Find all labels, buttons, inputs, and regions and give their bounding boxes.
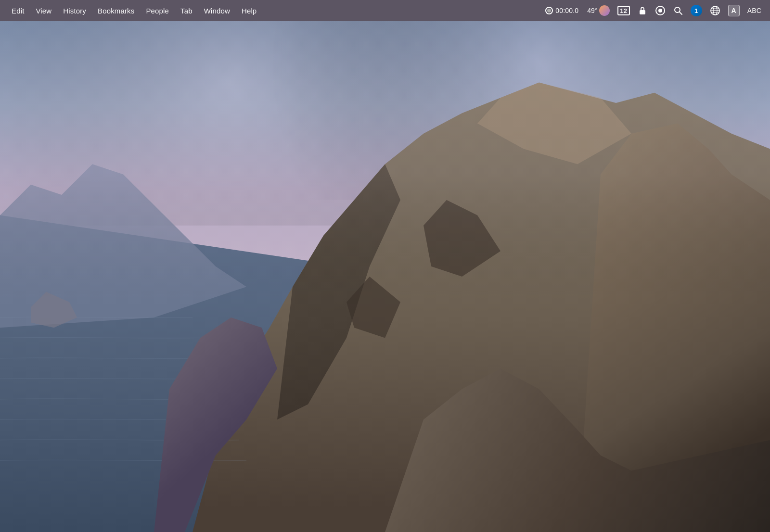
menu-people[interactable]: People <box>140 5 175 17</box>
record-time: 00:00.0 <box>555 7 578 14</box>
menu-help[interactable]: Help <box>236 5 262 17</box>
1password-status[interactable]: 1 <box>688 4 705 17</box>
safari-status[interactable] <box>707 4 723 17</box>
svg-point-2 <box>658 9 662 13</box>
menubar: Edit View History Bookmarks People Tab W… <box>0 0 770 21</box>
screenlock-icon <box>638 6 647 15</box>
weather-icon <box>599 5 610 16</box>
search-icon <box>673 6 683 15</box>
screen-number-icon: 12 <box>617 6 630 15</box>
screencapture-status[interactable] <box>652 4 668 17</box>
textinput-status[interactable]: A <box>725 4 743 17</box>
1password-icon: 1 <box>691 5 702 16</box>
menubar-right: 00:00.0 49° 12 <box>541 4 764 17</box>
record-dot <box>545 7 553 14</box>
menu-view[interactable]: View <box>30 5 57 17</box>
abc-status[interactable]: ABC <box>744 6 764 15</box>
landscape-canvas <box>0 21 770 532</box>
background <box>0 21 770 532</box>
menu-tab[interactable]: Tab <box>175 5 198 17</box>
abc-label: ABC <box>747 7 761 14</box>
menu-bookmarks[interactable]: Bookmarks <box>92 5 140 17</box>
screencapture-icon <box>655 5 666 16</box>
temperature-label: 49° <box>587 7 598 14</box>
screenlock-status[interactable] <box>635 5 650 16</box>
search-status[interactable] <box>670 5 686 16</box>
menu-history[interactable]: History <box>57 5 92 17</box>
menu-items-left: Edit View History Bookmarks People Tab W… <box>6 5 262 17</box>
textinput-icon: A <box>728 5 740 16</box>
svg-rect-0 <box>640 10 645 14</box>
globe-icon <box>710 5 720 16</box>
screen-number-status[interactable]: 12 <box>615 5 633 16</box>
menu-window[interactable]: Window <box>198 5 236 17</box>
weather-status[interactable]: 49° <box>584 4 613 17</box>
record-indicator[interactable]: 00:00.0 <box>541 6 582 15</box>
menu-edit[interactable]: Edit <box>6 5 30 17</box>
svg-line-4 <box>680 12 682 14</box>
